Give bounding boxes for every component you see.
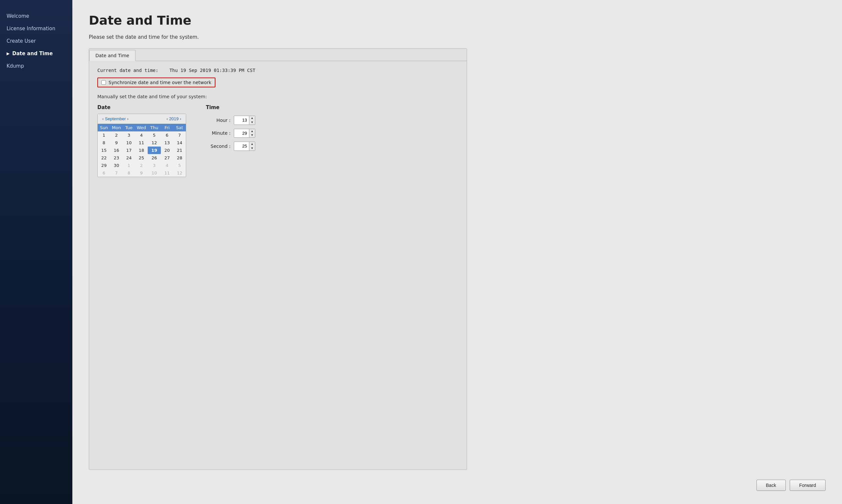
date-section: Date ‹ September › ‹ 2019 › Sun Mon (97, 105, 186, 177)
hour-up-btn[interactable]: ▲ (249, 116, 255, 120)
calendar-day[interactable]: 30 (110, 162, 123, 169)
calendar-day[interactable]: 3 (148, 162, 161, 169)
calendar-day[interactable]: 8 (98, 139, 110, 146)
calendar-day[interactable]: 20 (161, 146, 173, 154)
minute-label: Minute : (206, 130, 230, 136)
calendar-header: Sun Mon Tue Wed Thu Fri Sat (98, 124, 186, 131)
sidebar-item-create-user[interactable]: Create User (0, 35, 72, 47)
calendar-day[interactable]: 14 (173, 139, 186, 146)
tab-content: Current date and time: Thu 19 Sep 2019 0… (89, 61, 467, 184)
sidebar-arrow-icon: ▶ (6, 51, 10, 56)
calendar-day[interactable]: 24 (123, 154, 135, 162)
calendar-day[interactable]: 25 (135, 154, 148, 162)
prev-month-btn[interactable]: ‹ September › (101, 116, 130, 122)
calendar-day[interactable]: 15 (98, 146, 110, 154)
calendar-day[interactable]: 29 (98, 162, 110, 169)
calendar-day[interactable]: 28 (173, 154, 186, 162)
minute-down-btn[interactable]: ▼ (249, 133, 255, 137)
calendar-day[interactable]: 23 (110, 154, 123, 162)
calendar-day[interactable]: 5 (173, 162, 186, 169)
second-label: Second : (206, 144, 230, 149)
calendar-day[interactable]: 11 (161, 169, 173, 177)
current-datetime-value: Thu 19 Sep 2019 01:33:39 PM CST (169, 68, 255, 73)
calendar-day[interactable]: 9 (135, 169, 148, 177)
calendar-day[interactable]: 9 (110, 139, 123, 146)
hour-down-btn[interactable]: ▼ (249, 120, 255, 125)
tab-date-time[interactable]: Date and Time (89, 50, 136, 61)
calendar-day[interactable]: 8 (123, 169, 135, 177)
date-time-row: Date ‹ September › ‹ 2019 › Sun Mon (97, 105, 459, 177)
sidebar-item-license[interactable]: License Information (0, 22, 72, 35)
calendar-day[interactable]: 7 (110, 169, 123, 177)
second-input[interactable] (234, 143, 249, 149)
calendar-day[interactable]: 7 (173, 131, 186, 139)
calendar-day[interactable]: 17 (123, 146, 135, 154)
calendar-day[interactable]: 22 (98, 154, 110, 162)
second-input-wrap: ▲ ▼ (234, 142, 255, 151)
current-datetime-label: Current date and time: (97, 68, 158, 73)
calendar-week-row: 891011121314 (98, 139, 186, 146)
day-header-fri: Fri (161, 124, 173, 131)
calendar-day[interactable]: 10 (123, 139, 135, 146)
calendar-day[interactable]: 27 (161, 154, 173, 162)
day-header-row: Sun Mon Tue Wed Thu Fri Sat (98, 124, 186, 131)
sidebar-item-label: Kdump (6, 63, 24, 69)
second-down-btn[interactable]: ▼ (249, 146, 255, 150)
minute-input[interactable] (234, 130, 249, 137)
sync-row: Synchronize date and time over the netwo… (97, 77, 216, 87)
calendar-nav: ‹ September › ‹ 2019 › (98, 114, 186, 124)
time-section: Time Hour : ▲ ▼ Minute : (206, 105, 255, 155)
forward-button[interactable]: Forward (790, 480, 826, 491)
calendar-day[interactable]: 1 (98, 131, 110, 139)
calendar-day[interactable]: 2 (135, 162, 148, 169)
sidebar-item-kdump[interactable]: Kdump (0, 60, 72, 72)
calendar-week-row: 293012345 (98, 162, 186, 169)
second-up-btn[interactable]: ▲ (249, 142, 255, 146)
calendar: ‹ September › ‹ 2019 › Sun Mon Tue Wed (97, 114, 186, 177)
calendar-day[interactable]: 6 (98, 169, 110, 177)
prev-year-btn[interactable]: ‹ 2019 › (165, 116, 183, 122)
calendar-day[interactable]: 13 (161, 139, 173, 146)
main-content: Date and Time Please set the date and ti… (72, 0, 842, 504)
hour-input[interactable] (234, 116, 249, 124)
calendar-day[interactable]: 12 (173, 169, 186, 177)
calendar-day[interactable]: 4 (161, 162, 173, 169)
calendar-day[interactable]: 12 (148, 139, 161, 146)
sidebar-item-date-time[interactable]: ▶Date and Time (0, 47, 72, 60)
day-header-sun: Sun (98, 124, 110, 131)
back-button[interactable]: Back (756, 480, 786, 491)
calendar-body: 1234567891011121314151617181920212223242… (98, 131, 186, 177)
calendar-day[interactable]: 6 (161, 131, 173, 139)
calendar-day[interactable]: 2 (110, 131, 123, 139)
hour-spin: ▲ ▼ (249, 116, 255, 125)
tab-header: Date and Time (89, 49, 467, 61)
calendar-day[interactable]: 4 (135, 131, 148, 139)
date-section-title: Date (97, 105, 186, 110)
calendar-day[interactable]: 5 (148, 131, 161, 139)
current-datetime: Current date and time: Thu 19 Sep 2019 0… (97, 68, 459, 73)
calendar-day[interactable]: 10 (148, 169, 161, 177)
hour-input-wrap: ▲ ▼ (234, 116, 255, 125)
calendar-day[interactable]: 21 (173, 146, 186, 154)
calendar-day[interactable]: 18 (135, 146, 148, 154)
calendar-day[interactable]: 19 (148, 146, 161, 154)
manual-set-label: Manually set the date and time of your s… (97, 94, 459, 99)
day-header-sat: Sat (173, 124, 186, 131)
calendar-day[interactable]: 26 (148, 154, 161, 162)
second-spin: ▲ ▼ (249, 142, 255, 150)
calendar-day[interactable]: 11 (135, 139, 148, 146)
calendar-day[interactable]: 3 (123, 131, 135, 139)
hour-label: Hour : (206, 118, 230, 123)
hour-row: Hour : ▲ ▼ (206, 116, 255, 125)
sidebar-item-welcome[interactable]: Welcome (0, 10, 72, 22)
minute-up-btn[interactable]: ▲ (249, 129, 255, 133)
calendar-day[interactable]: 16 (110, 146, 123, 154)
calendar-week-row: 15161718192021 (98, 146, 186, 154)
minute-input-wrap: ▲ ▼ (234, 129, 255, 138)
second-row: Second : ▲ ▼ (206, 142, 255, 151)
sync-checkbox[interactable] (101, 80, 106, 85)
calendar-day[interactable]: 1 (123, 162, 135, 169)
minute-row: Minute : ▲ ▼ (206, 129, 255, 138)
day-header-tue: Tue (123, 124, 135, 131)
time-section-title: Time (206, 105, 255, 110)
